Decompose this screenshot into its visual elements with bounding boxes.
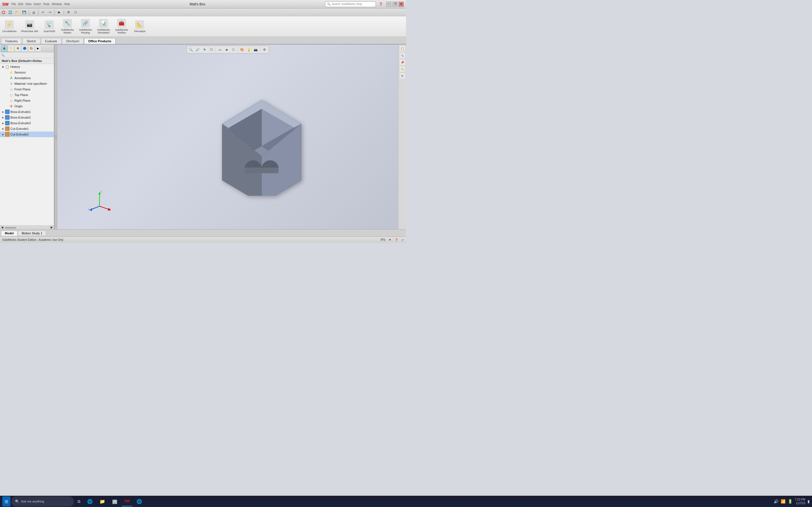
rp-btn-1[interactable]: 📋	[399, 46, 405, 52]
menu-tools[interactable]: Tools	[43, 3, 49, 6]
addin-scanto3d[interactable]: 📡 ScanTo3D	[43, 20, 56, 33]
scene-button[interactable]: 💡	[246, 47, 252, 53]
vp-sep3	[260, 47, 260, 52]
display-style-button[interactable]: ▭	[217, 47, 223, 53]
tree-item-sensors[interactable]: ⚡ Sensors	[0, 69, 54, 75]
view-orient-button[interactable]: ⬡	[231, 47, 237, 53]
redo-button[interactable]: ↪	[47, 9, 53, 15]
tree-item-annotations[interactable]: A Annotations	[0, 75, 54, 81]
print-button[interactable]: 🖨	[31, 9, 37, 15]
tree-item-boss-extrude2[interactable]: ▶ □ Boss-Extrude2	[0, 115, 54, 120]
menu-file[interactable]: File	[11, 3, 16, 6]
zoom-to-fit-button[interactable]: 🔍	[188, 47, 194, 53]
tab-evaluate[interactable]: Evaluate	[41, 38, 61, 44]
right-plane-expander	[5, 99, 9, 103]
tree-item-right-plane[interactable]: ◇ Right Plane	[0, 98, 54, 103]
panel-btn-property[interactable]: 📁	[8, 45, 14, 52]
collapse-handle[interactable]	[54, 45, 57, 229]
simulation-label: SolidWorksSimulation	[97, 29, 110, 34]
restore-button[interactable]: ❐	[393, 2, 398, 7]
rotate-button[interactable]: 🖱	[201, 47, 207, 53]
history-expander[interactable]: ▶	[1, 65, 5, 69]
hide-show-button[interactable]: ◈	[223, 47, 230, 53]
addin-routing[interactable]: 🔗 SolidWorksRouting	[79, 19, 92, 34]
tree-item-cut-extrude1[interactable]: ▶ □ Cut-Extrude1	[0, 126, 54, 131]
rebuild-button[interactable]: ⚙	[65, 9, 71, 15]
section-view-button[interactable]: 🖵	[208, 47, 214, 53]
separator3	[54, 10, 55, 15]
tree-item-origin[interactable]: ✛ Origin	[0, 103, 54, 109]
feature-tree[interactable]: ▶ 📋 History ⚡ Sensors A Annotations ≡ Ma…	[0, 64, 54, 225]
open-button[interactable]: 📂	[14, 9, 20, 15]
tab-office-products[interactable]: Office Products	[84, 38, 116, 44]
settings-button[interactable]: ⚙	[261, 47, 267, 53]
realview-button[interactable]: 📷	[253, 47, 259, 53]
select-button[interactable]: ▶	[56, 9, 62, 15]
material-expander	[5, 82, 9, 86]
save-button[interactable]: 💾	[21, 9, 28, 15]
panel-btn-display[interactable]: 🎨	[28, 45, 35, 52]
help-button[interactable]: ❓	[395, 238, 398, 241]
scroll-left[interactable]: ◀	[1, 226, 4, 229]
rp-btn-5[interactable]: ⚙	[399, 73, 405, 79]
help-icon[interactable]: ❓	[378, 2, 383, 6]
tree-scrollbar[interactable]: ◀ ▶	[0, 225, 54, 229]
tree-item-history[interactable]: ▶ 📋 History	[0, 64, 54, 69]
status-right: IPS ▼ ❓ ⤢	[380, 238, 404, 241]
tab-model[interactable]: Model	[1, 231, 17, 236]
menu-window[interactable]: Window	[52, 3, 62, 6]
addin-motion[interactable]: 🔧 SolidWorksMotion	[61, 19, 74, 34]
cut1-expander[interactable]: ▶	[1, 127, 5, 131]
addin-toolbox[interactable]: 🧰 SolidWorksToolbox	[115, 19, 128, 34]
search-box[interactable]: 🔍 Search SolidWorks Help	[325, 1, 376, 7]
viewport[interactable]: 🔍 🔎 🖱 🖵 ▭ ◈ ⬡ 🎨 💡 📷 ⚙	[57, 45, 398, 229]
boss2-icon: □	[5, 115, 10, 120]
tab-features[interactable]: Features	[1, 38, 22, 44]
boss1-expander[interactable]: ▶	[1, 110, 5, 114]
undo-button[interactable]: ↩	[40, 9, 46, 15]
panel-btn-config[interactable]: ⚙	[15, 45, 21, 52]
tree-item-boss-extrude1[interactable]: ▶ □ Boss-Extrude1	[0, 109, 54, 115]
scroll-right[interactable]: ▶	[50, 226, 53, 229]
menu-help[interactable]: Help	[64, 3, 70, 6]
appearance-button[interactable]: 🎨	[239, 47, 245, 53]
addin-photoview[interactable]: 📷 PhotoView 360	[21, 20, 38, 33]
handle-dot2	[56, 136, 56, 137]
addin-simulation[interactable]: 📊 SolidWorksSimulation	[97, 19, 110, 34]
tree-item-cut-extrude2[interactable]: ▶ □ Cut-Extrude2	[0, 131, 54, 137]
handle-dot3	[56, 138, 56, 139]
addins-bar: ⚡ CircuitWorks 📷 PhotoView 360 📡 ScanTo3…	[0, 16, 406, 37]
rp-btn-3[interactable]: 📌	[399, 59, 405, 65]
menu-insert[interactable]: Insert	[34, 3, 41, 6]
tree-item-top-plane[interactable]: ◇ Top Plane	[0, 92, 54, 98]
zoom-in-button[interactable]: 🔎	[195, 47, 201, 53]
toolbox-label: SolidWorksToolbox	[115, 29, 128, 34]
panel-btn-dimeye[interactable]: 🔵	[21, 45, 28, 52]
tab-sketch[interactable]: Sketch	[22, 38, 40, 44]
boss2-expander[interactable]: ▶	[1, 115, 5, 119]
tab-motion-study[interactable]: Motion Study 1	[18, 231, 46, 236]
cut2-expander[interactable]: ▶	[1, 132, 5, 136]
scroll-track[interactable]	[4, 226, 49, 229]
tree-item-material[interactable]: ≡ Material <not specified>	[0, 81, 54, 87]
panel-btn-tree[interactable]: 🌲	[1, 45, 7, 52]
boss3-expander[interactable]: ▶	[1, 121, 5, 125]
addin-tolanalyst[interactable]: 📐 TolAnalyst	[133, 20, 146, 33]
rp-btn-4[interactable]: 📏	[399, 66, 405, 72]
addin-circuitworks[interactable]: ⚡ CircuitWorks	[2, 20, 17, 33]
panel-btn-more[interactable]: ▶	[35, 45, 41, 52]
units-dropdown[interactable]: ▼	[389, 238, 391, 241]
expand-button[interactable]: ⤢	[402, 238, 404, 241]
menu-edit[interactable]: Edit	[18, 3, 23, 6]
options-button[interactable]: ⬡	[72, 9, 79, 15]
minimize-button[interactable]: ─	[386, 2, 391, 7]
front-plane-expander	[5, 87, 9, 91]
close-button[interactable]: ✕	[399, 2, 404, 7]
new-button[interactable]: 🆕	[7, 9, 13, 15]
tree-item-front-plane[interactable]: ◇ Front Plane	[0, 87, 54, 92]
rp-btn-2[interactable]: 📎	[399, 52, 405, 59]
menu-view[interactable]: View	[26, 3, 32, 6]
tab-dimxpert[interactable]: DimXpert	[62, 38, 84, 44]
tree-item-boss-extrude3[interactable]: ▶ □ Boss-Extrude3	[0, 120, 54, 126]
history-label: History	[10, 65, 20, 68]
